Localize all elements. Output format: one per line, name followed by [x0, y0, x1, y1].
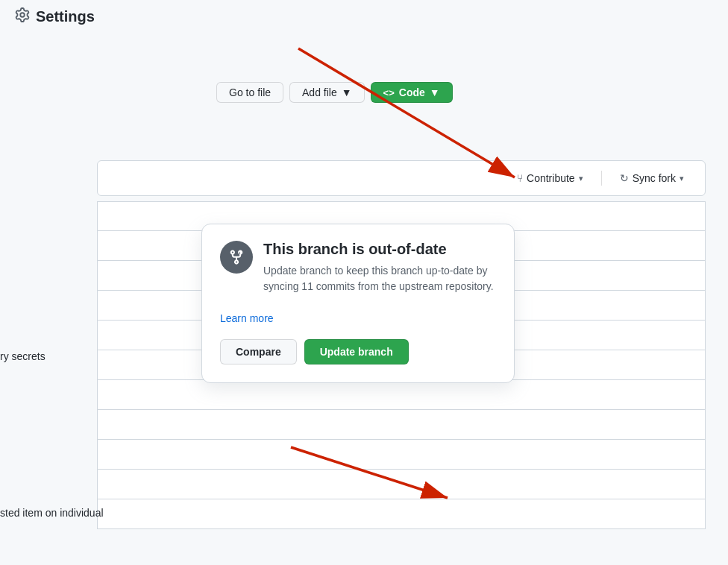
sync-fork-button[interactable]: ↻ Sync fork ▾	[611, 168, 693, 188]
toolbar: Go to file Add file ▼ <> Code ▼	[216, 82, 453, 103]
sync-icon: ↻	[620, 172, 629, 184]
table-row	[97, 380, 706, 410]
popup-title: This branch is out-of-date	[263, 239, 496, 259]
table-row	[97, 410, 706, 440]
code-icon: <>	[383, 87, 395, 98]
table-row	[97, 499, 706, 529]
contribute-button[interactable]: ⑂ Contribute ▾	[508, 168, 592, 188]
divider	[601, 171, 602, 186]
compare-button[interactable]: Compare	[220, 339, 297, 364]
sidebar-secrets-text: ry secrets	[0, 350, 46, 362]
table-row	[97, 440, 706, 470]
table-row	[97, 470, 706, 499]
contribute-icon: ⑂	[517, 172, 523, 184]
add-file-button[interactable]: Add file ▼	[289, 82, 365, 103]
settings-header: Settings	[15, 7, 95, 25]
gear-icon	[15, 7, 30, 25]
git-branch-icon	[228, 249, 245, 265]
learn-more-link[interactable]: Learn more	[220, 312, 274, 324]
sync-fork-chevron-icon: ▾	[680, 174, 684, 183]
chevron-down-icon: ▼	[342, 86, 352, 98]
sidebar-individual-text: sted item on individual	[0, 507, 104, 519]
popup-header: This branch is out-of-date Update branch…	[220, 239, 496, 294]
popup-description: Update branch to keep this branch up-to-…	[263, 263, 496, 294]
settings-title: Settings	[36, 8, 95, 25]
contribute-chevron-icon: ▾	[579, 174, 583, 183]
code-button[interactable]: <> Code ▼	[371, 82, 453, 103]
update-branch-button[interactable]: Update branch	[304, 339, 409, 364]
branch-icon-circle	[220, 241, 253, 274]
go-to-file-button[interactable]: Go to file	[216, 82, 283, 103]
out-of-date-popup: This branch is out-of-date Update branch…	[201, 224, 515, 383]
popup-text-content: This branch is out-of-date Update branch…	[263, 239, 496, 294]
sync-contribute-bar: ⑂ Contribute ▾ ↻ Sync fork ▾	[97, 160, 706, 196]
chevron-down-icon: ▼	[430, 86, 440, 98]
popup-actions: Compare Update branch	[220, 339, 496, 364]
